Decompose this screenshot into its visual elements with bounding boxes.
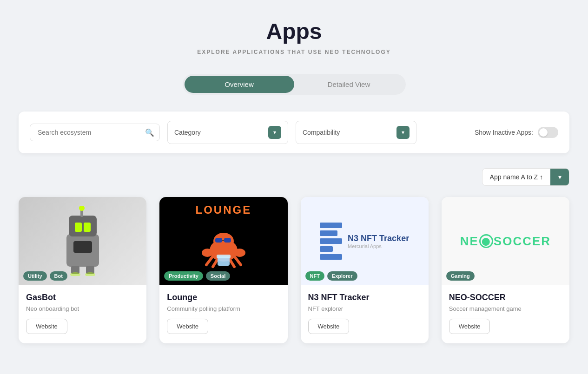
svg-rect-2 (75, 223, 82, 232)
n3nft-bar-1 (320, 223, 342, 228)
svg-line-21 (213, 259, 218, 267)
gasbot-website-btn[interactable]: Website (26, 319, 67, 334)
compatibility-label: Compatibility (303, 129, 340, 136)
lounge-website-btn[interactable]: Website (167, 319, 208, 334)
sort-bar: App name A to Z ↑ ▾ (19, 168, 569, 186)
neosoccer-desc: Soccer management game (449, 305, 562, 312)
n3nft-bar-2 (320, 230, 337, 236)
lounge-desc: Community polling platform (167, 305, 280, 312)
app-image-neosoccer: NE ⬤ SOCCER Gaming (442, 197, 569, 285)
tag-bot: Bot (50, 271, 67, 281)
tag-nft: NFT (305, 271, 324, 281)
svg-rect-6 (73, 241, 92, 253)
compatibility-dropdown[interactable]: Compatibility ▾ (296, 121, 416, 144)
neo-circle-icon: ⬤ (479, 234, 493, 248)
apps-grid: Utility Bot GasBot Neo onboarding bot We… (19, 197, 569, 343)
app-card-lounge: LOUNGE (159, 197, 287, 343)
category-dropdown[interactable]: Category ▾ (167, 121, 288, 144)
n3nft-bar-5 (320, 254, 342, 260)
search-icon: 🔍 (145, 128, 154, 137)
compatibility-chevron-icon: ▾ (396, 126, 410, 139)
n3nft-app-title: N3 NFT Tracker (308, 293, 421, 302)
n3nft-bar-3 (320, 238, 342, 244)
tab-detailed-view[interactable]: Detailed View (294, 76, 404, 93)
tag-gaming: Gaming (446, 271, 475, 281)
lounge-title: Lounge (167, 293, 280, 302)
neosoccer-website-btn[interactable]: Website (449, 319, 490, 334)
gasbot-body: GasBot Neo onboarding bot Website (19, 285, 146, 343)
svg-rect-13 (215, 238, 222, 243)
app-card-gasbot: Utility Bot GasBot Neo onboarding bot We… (19, 197, 146, 343)
neosoccer-logo: NE ⬤ SOCCER (460, 234, 551, 249)
svg-rect-1 (69, 216, 97, 236)
inactive-toggle-group: Show Inactive Apps: (475, 127, 558, 138)
gasbot-robot-svg (53, 206, 113, 276)
app-image-lounge: LOUNGE (159, 197, 287, 285)
n3nft-name-block: N3 NFT Tracker Mercurial Apps (348, 234, 409, 249)
svg-rect-14 (224, 238, 231, 243)
svg-rect-3 (84, 223, 91, 232)
lounge-tags: Productivity Social (164, 271, 230, 281)
n3nft-sub-text: Mercurial Apps (348, 243, 409, 249)
lounge-body: Lounge Community polling platform Websit… (159, 285, 287, 343)
page-header: Apps EXPLORE APPLICATIONS THAT USE NEO T… (19, 19, 569, 55)
n3nft-body: N3 NFT Tracker NFT explorer Website (301, 285, 429, 343)
svg-line-22 (230, 259, 234, 267)
svg-point-5 (79, 206, 85, 211)
app-image-gasbot: Utility Bot (19, 197, 146, 285)
app-card-neosoccer: NE ⬤ SOCCER Gaming NEO-SOCCER Soccer man… (442, 197, 569, 343)
n3nft-bar-4 (320, 246, 333, 252)
n3nft-desc: NFT explorer (308, 305, 421, 312)
svg-rect-18 (210, 249, 219, 253)
neo-text: NE (460, 234, 479, 249)
app-image-n3nft: N3 NFT Tracker Mercurial Apps NFT Explor… (301, 197, 429, 285)
svg-line-23 (235, 257, 241, 265)
app-card-n3nft: N3 NFT Tracker Mercurial Apps NFT Explor… (301, 197, 429, 343)
tab-overview[interactable]: Overview (185, 76, 294, 93)
lounge-title-text: LOUNGE (196, 203, 252, 217)
gasbot-title: GasBot (26, 293, 139, 302)
search-wrap: 🔍 (30, 124, 160, 141)
neosoccer-tags: Gaming (446, 271, 475, 281)
search-input[interactable] (30, 124, 160, 141)
n3nft-bars (320, 223, 342, 260)
neosoccer-title: NEO-SOCCER (449, 293, 562, 302)
page-title: Apps (19, 19, 569, 44)
n3nft-content: N3 NFT Tracker Mercurial Apps (320, 223, 409, 260)
tag-productivity: Productivity (164, 271, 203, 281)
filters-bar: 🔍 Category ▾ Compatibility ▾ Show Inacti… (19, 112, 569, 153)
svg-rect-25 (217, 255, 231, 258)
inactive-label: Show Inactive Apps: (475, 129, 533, 136)
n3nft-title-text: N3 NFT Tracker (348, 234, 409, 243)
n3nft-logo-row: N3 NFT Tracker Mercurial Apps (320, 223, 409, 260)
svg-line-20 (206, 257, 212, 265)
tag-utility: Utility (23, 271, 47, 281)
inactive-toggle[interactable] (538, 127, 558, 138)
gasbot-desc: Neo onboarding bot (26, 305, 139, 312)
tab-switcher: Overview Detailed View (183, 74, 406, 95)
n3nft-website-btn[interactable]: Website (308, 319, 350, 334)
gasbot-tags: Utility Bot (23, 271, 67, 281)
tag-explorer: Explorer (327, 271, 357, 281)
neosoccer-body: NEO-SOCCER Soccer management game Websit… (442, 285, 569, 343)
tag-social: Social (206, 271, 230, 281)
n3nft-tags: NFT Explorer (305, 271, 357, 281)
category-label: Category (174, 129, 201, 136)
svg-rect-19 (228, 249, 238, 253)
category-chevron-icon: ▾ (268, 126, 281, 139)
sort-dropdown[interactable]: App name A to Z ↑ ▾ (482, 168, 569, 186)
sort-chevron-icon: ▾ (550, 169, 569, 185)
lounge-crab-svg (198, 220, 249, 271)
sort-label: App name A to Z ↑ (482, 169, 550, 185)
page-subtitle: EXPLORE APPLICATIONS THAT USE NEO TECHNO… (19, 49, 569, 55)
neo-text2: SOCCER (494, 234, 551, 249)
